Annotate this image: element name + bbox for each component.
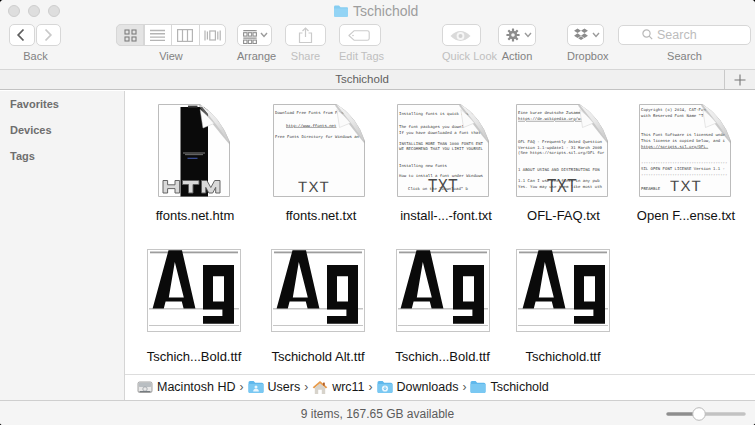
- svg-text:http://www.ffonts.net: http://www.ffonts.net: [286, 124, 336, 129]
- svg-text:1 ABOUT USING AND DISTRIBUTIN: 1 ABOUT USING AND DISTRIBUTING FON: [518, 168, 600, 173]
- svg-text:INSTALLING MORE THAN 1000 FONT: INSTALLING MORE THAN 1000 FONTS ENT: [399, 142, 483, 147]
- svg-text:Eine kurze deutsche Zusamm: Eine kurze deutsche Zusamm: [518, 111, 581, 116]
- svg-text:TXT: TXT: [428, 176, 458, 197]
- svg-text:Free Fonts Directory for Windo: Free Fonts Directory for Windows an: [275, 135, 359, 140]
- svg-text:Copyright (c) 2014, CAT-Fon: Copyright (c) 2014, CAT-Fon: [641, 108, 706, 113]
- svg-text:TXT: TXT: [547, 176, 577, 197]
- svg-text:https://de.wikipedia.org/wi: https://de.wikipedia.org/wi: [518, 117, 583, 122]
- svg-text:Version 1.1-update1 - 31 March: Version 1.1-update1 - 31 March 2009: [518, 146, 602, 151]
- svg-text:WE RECOMMEND THAT YOU LIMIT YO: WE RECOMMEND THAT YOU LIMIT YOURSEL: [399, 147, 483, 152]
- svg-text:https://scripts.sil.org/OFL.: https://scripts.sil.org/OFL.: [641, 145, 708, 150]
- svg-text:PREAMBLE: PREAMBLE: [641, 187, 660, 192]
- svg-text:Download Free Fonts from FFont: Download Free Fonts from FFont: [275, 111, 347, 116]
- svg-text:If you have downloaded a font: If you have downloaded a font that: [399, 131, 481, 136]
- svg-text:Installing new fonts: Installing new fonts: [399, 164, 447, 169]
- svg-text:This Font Software is licensed: This Font Software is licensed unde: [641, 133, 725, 138]
- svg-text:SIL OPEN FONT LICENSE Version: SIL OPEN FONT LICENSE Version 1.1 -: [641, 167, 725, 172]
- svg-text:------------------------------: ------------------------------------: [641, 161, 727, 166]
- svg-text:The font packages you downl: The font packages you downl: [399, 125, 464, 130]
- svg-text:TXT: TXT: [670, 178, 702, 195]
- svg-text:OFL FAQ - Frequently Asked Que: OFL FAQ - Frequently Asked Question: [518, 140, 602, 145]
- svg-text:------------------------------: ------------------------------------: [641, 173, 727, 178]
- svg-text:(See https://scripts.sil.org/O: (See https://scripts.sil.org/OFL for: [518, 151, 605, 156]
- svg-text:This license is copied below,: This license is copied below, and i: [641, 139, 725, 144]
- svg-text:with Reserved Font Name "Ts: with Reserved Font Name "Ts: [641, 114, 706, 119]
- svg-text:TXT: TXT: [298, 179, 330, 196]
